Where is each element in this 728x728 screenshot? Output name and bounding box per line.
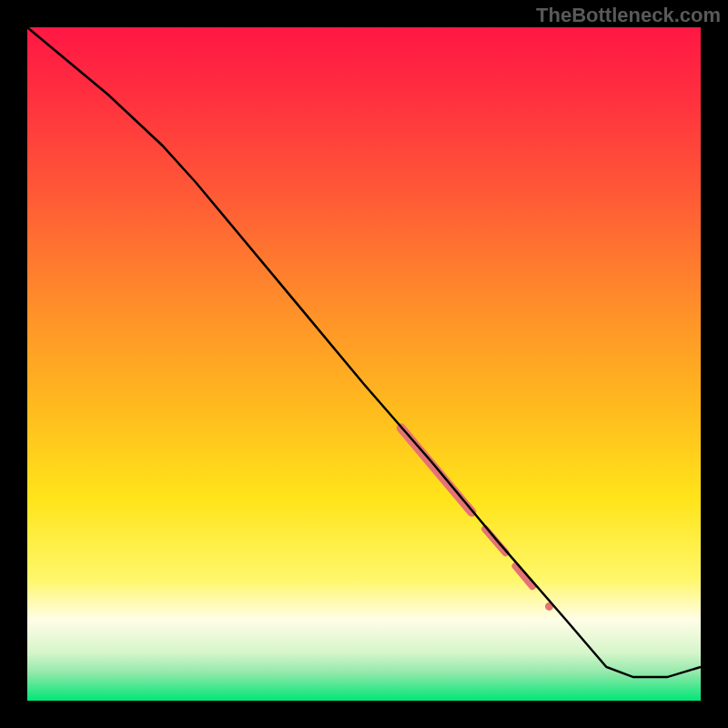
curve-line (27, 27, 701, 677)
highlight-segment (485, 529, 505, 552)
highlight-group (401, 428, 553, 611)
plot-area (27, 27, 701, 701)
highlight-segment (516, 566, 533, 586)
watermark-text: TheBottleneck.com (536, 4, 721, 27)
chart-overlay (27, 27, 701, 701)
